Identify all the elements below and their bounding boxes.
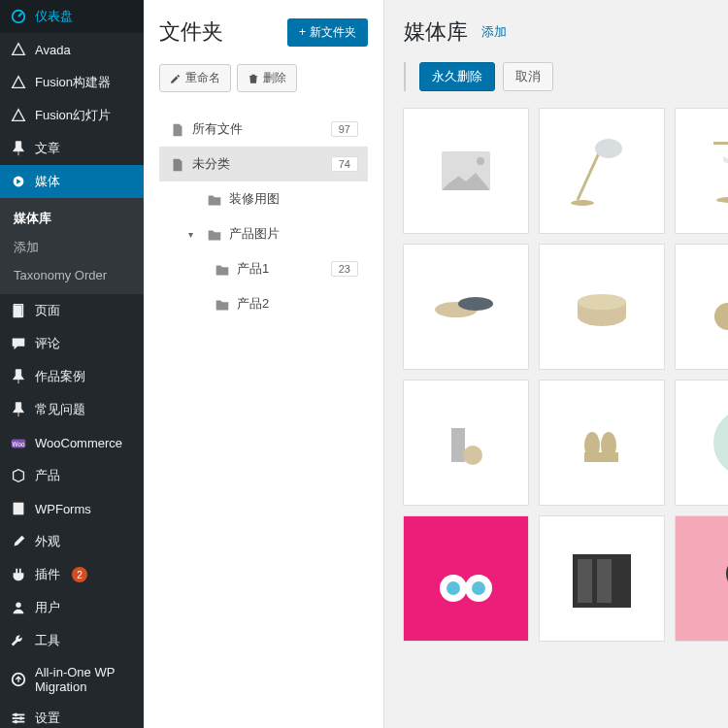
sidebar-item-7[interactable]: 评论 bbox=[0, 327, 144, 360]
chevron-down-icon: ▾ bbox=[188, 229, 198, 240]
folders-title: 文件夹 bbox=[159, 17, 223, 47]
svg-rect-7 bbox=[14, 503, 24, 515]
sidebar-item-18[interactable]: 设置 bbox=[0, 702, 144, 728]
sidebar-label: Fusion构建器 bbox=[35, 74, 111, 91]
plugin-icon bbox=[10, 566, 27, 583]
sidebar-item-4[interactable]: 文章 bbox=[0, 132, 144, 165]
svg-text:Woo: Woo bbox=[13, 441, 25, 447]
folder-row-0[interactable]: 所有文件97 bbox=[159, 112, 368, 147]
delete-folder-button[interactable]: 删除 bbox=[237, 64, 297, 92]
page-icon bbox=[10, 302, 27, 319]
comment-icon bbox=[10, 335, 27, 352]
media-thumbnail[interactable] bbox=[676, 245, 728, 369]
sidebar-item-16[interactable]: 工具 bbox=[0, 624, 144, 657]
svg-rect-32 bbox=[451, 428, 465, 462]
sidebar-item-15[interactable]: 用户 bbox=[0, 591, 144, 624]
media-thumbnail[interactable] bbox=[404, 381, 528, 505]
sidebar-item-12[interactable]: WPForms bbox=[0, 492, 144, 525]
sidebar-label: 设置 bbox=[35, 710, 60, 727]
sidebar-item-0[interactable]: 仪表盘 bbox=[0, 0, 144, 33]
sidebar-item-9[interactable]: 常见问题 bbox=[0, 393, 144, 426]
permanent-delete-button[interactable]: 永久删除 bbox=[419, 62, 495, 91]
admin-sidebar: 仪表盘AvadaFusion构建器Fusion幻灯片文章媒体媒体库添加Taxon… bbox=[0, 0, 144, 728]
pin-icon bbox=[10, 401, 27, 418]
folder-row-4[interactable]: 产品123 bbox=[159, 251, 368, 286]
sidebar-sub-item-1[interactable]: 添加 bbox=[0, 233, 144, 262]
sidebar-sub-item-0[interactable]: 媒体库 bbox=[0, 204, 144, 233]
media-thumbnail[interactable] bbox=[676, 516, 728, 641]
rename-label: 重命名 bbox=[185, 70, 220, 86]
sidebar-item-1[interactable]: Avada bbox=[0, 33, 144, 66]
sidebar-label: 作品案例 bbox=[35, 368, 85, 385]
folder-count: 23 bbox=[331, 261, 358, 277]
svg-point-26 bbox=[458, 297, 493, 311]
media-thumbnail[interactable] bbox=[404, 245, 528, 369]
media-thumbnail[interactable] bbox=[404, 516, 528, 641]
sidebar-item-3[interactable]: Fusion幻灯片 bbox=[0, 99, 144, 132]
svg-rect-46 bbox=[578, 559, 592, 603]
sidebar-submenu: 媒体库添加Taxonomy Order bbox=[0, 198, 144, 294]
sidebar-item-2[interactable]: Fusion构建器 bbox=[0, 66, 144, 99]
media-icon bbox=[10, 173, 27, 190]
sidebar-item-5[interactable]: 媒体 bbox=[0, 165, 144, 198]
media-thumbnail[interactable] bbox=[676, 381, 728, 505]
sidebar-item-8[interactable]: 作品案例 bbox=[0, 360, 144, 393]
folder-count: 97 bbox=[331, 121, 358, 137]
svg-point-30 bbox=[714, 303, 728, 330]
media-thumbnail[interactable] bbox=[540, 245, 664, 369]
media-thumbnail[interactable] bbox=[540, 381, 664, 505]
media-thumbnail[interactable] bbox=[540, 516, 664, 641]
pin-icon bbox=[10, 140, 27, 157]
avada-icon bbox=[10, 107, 27, 124]
pin-icon bbox=[10, 368, 27, 385]
rename-button[interactable]: 重命名 bbox=[159, 64, 231, 92]
sidebar-item-6[interactable]: 页面 bbox=[0, 294, 144, 327]
svg-point-44 bbox=[472, 581, 485, 595]
sidebar-label: 外观 bbox=[35, 533, 60, 550]
media-thumbnail[interactable] bbox=[540, 109, 664, 233]
svg-point-37 bbox=[713, 409, 728, 477]
plus-icon: + bbox=[299, 25, 306, 39]
sidebar-label: WooCommerce bbox=[35, 436, 122, 450]
folder-icon bbox=[206, 191, 221, 207]
add-media-link[interactable]: 添加 bbox=[481, 23, 507, 41]
delete-label: 删除 bbox=[263, 70, 286, 86]
folder-icon bbox=[214, 296, 229, 312]
svg-point-15 bbox=[15, 720, 18, 724]
sidebar-label: Fusion幻灯片 bbox=[35, 107, 111, 124]
sidebar-item-13[interactable]: 外观 bbox=[0, 525, 144, 558]
svg-point-14 bbox=[19, 716, 23, 720]
folder-row-5[interactable]: 产品2 bbox=[159, 286, 368, 321]
sidebar-label: WPForms bbox=[35, 502, 91, 516]
sidebar-item-14[interactable]: 插件2 bbox=[0, 558, 144, 591]
new-folder-button[interactable]: + 新文件夹 bbox=[287, 18, 368, 47]
folder-label: 所有文件 bbox=[192, 120, 243, 138]
sidebar-item-11[interactable]: 产品 bbox=[0, 459, 144, 492]
folder-row-1[interactable]: 未分类74 bbox=[159, 147, 368, 182]
sidebar-label: All-in-One WP Migration bbox=[35, 665, 134, 694]
folder-label: 产品2 bbox=[237, 295, 269, 313]
cancel-button[interactable]: 取消 bbox=[503, 62, 553, 91]
svg-point-20 bbox=[595, 139, 622, 158]
svg-point-21 bbox=[571, 200, 594, 206]
doc-icon bbox=[169, 121, 184, 137]
folder-label: 装修用图 bbox=[229, 190, 280, 208]
product-icon bbox=[10, 467, 27, 484]
sidebar-sub-item-2[interactable]: Taxonomy Order bbox=[0, 262, 144, 288]
svg-point-24 bbox=[716, 197, 728, 203]
sidebar-item-10[interactable]: WooWooCommerce bbox=[0, 426, 144, 459]
avada-icon bbox=[10, 41, 27, 58]
folder-row-3[interactable]: ▾产品图片 bbox=[159, 216, 368, 251]
sidebar-label: 产品 bbox=[35, 467, 60, 484]
sidebar-label: 页面 bbox=[35, 302, 60, 319]
sidebar-item-17[interactable]: All-in-One WP Migration bbox=[0, 657, 144, 702]
folder-row-2[interactable]: 装修用图 bbox=[159, 182, 368, 216]
migrate-icon bbox=[10, 671, 27, 688]
svg-point-29 bbox=[578, 294, 626, 310]
media-thumbnail[interactable] bbox=[404, 109, 528, 233]
media-thumbnail[interactable] bbox=[676, 109, 728, 233]
sidebar-label: 用户 bbox=[35, 599, 60, 616]
folders-panel: 文件夹 + 新文件夹 重命名 删除 所有文件97未分类74装修用图▾产品图片产品… bbox=[144, 0, 384, 728]
pencil-icon bbox=[170, 73, 182, 84]
sidebar-label: 媒体 bbox=[35, 173, 60, 190]
